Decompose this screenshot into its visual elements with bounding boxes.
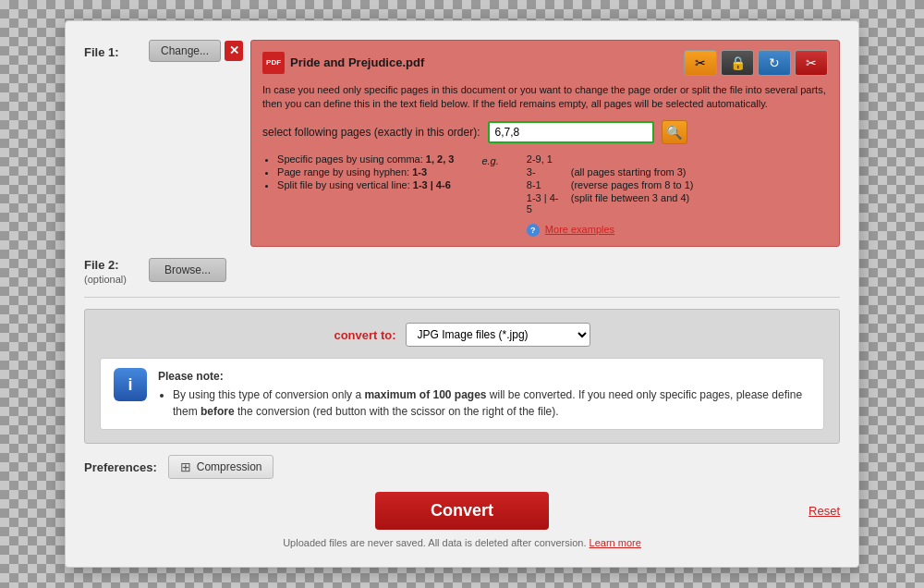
- pdf-filename: Pride and Prejudice.pdf: [290, 55, 424, 69]
- more-examples-row: ? More examples: [527, 220, 694, 237]
- pdf-title-row: PDF Pride and Prejudice.pdf: [262, 52, 424, 74]
- pages-search-button[interactable]: 🔍: [662, 120, 687, 144]
- remove-file-button[interactable]: ✕: [225, 41, 243, 61]
- file2-row: File 2: (optional) Browse...: [84, 258, 840, 286]
- pages-input[interactable]: [488, 121, 654, 143]
- pdf-panel: PDF Pride and Prejudice.pdf ✂ 🔒 ↻ ✂ In c…: [250, 40, 840, 248]
- toolbar-rotate-button[interactable]: ↻: [758, 50, 791, 76]
- file2-label-text: File 2:: [84, 258, 119, 272]
- note-text: Please note: By using this type of conve…: [158, 368, 810, 420]
- example-val: 8-1: [527, 179, 564, 190]
- compression-label: Compression: [197, 460, 262, 473]
- toolbar-pages-button[interactable]: ✂: [684, 50, 717, 76]
- footer-message: Uploaded files are never saved. All data…: [283, 537, 586, 548]
- toolbar-password-button[interactable]: 🔒: [721, 50, 754, 76]
- file1-row: File 1: Change... ✕ PDF Pride and Prejud…: [84, 40, 840, 248]
- note-box: i Please note: By using this type of con…: [100, 358, 824, 430]
- pages-label: select following pages (exactly in this …: [262, 126, 480, 139]
- more-examples-link[interactable]: More examples: [545, 224, 614, 235]
- convert-button[interactable]: Convert: [375, 492, 549, 530]
- toolbar-scissors-button[interactable]: ✂: [795, 50, 828, 76]
- example-item: Page range by using hyphen: 1-3: [277, 166, 454, 178]
- learn-more-link[interactable]: Learn more: [590, 537, 641, 548]
- pdf-toolbar: ✂ 🔒 ↻ ✂: [684, 50, 828, 76]
- convert-format-select[interactable]: JPG Image files (*.jpg) PNG Image files …: [406, 323, 590, 347]
- compression-icon: ⊞: [180, 459, 191, 474]
- compression-button[interactable]: ⊞ Compression: [168, 455, 274, 479]
- examples-left: Specific pages by using comma: 1, 2, 3 P…: [262, 153, 454, 237]
- question-icon: ?: [527, 224, 540, 237]
- convert-to-row: convert to: JPG Image files (*.jpg) PNG …: [100, 323, 824, 347]
- reset-button[interactable]: Reset: [808, 504, 840, 518]
- pdf-description: In case you need only specific pages in …: [262, 83, 828, 112]
- pdf-icon-inner: PDF: [262, 52, 285, 74]
- footer-text: Uploaded files are never saved. All data…: [84, 537, 840, 548]
- example-val: 3-: [527, 166, 564, 178]
- file2-label: File 2: (optional): [84, 258, 149, 286]
- examples-section: Specific pages by using comma: 1, 2, 3 P…: [262, 153, 828, 237]
- examples-right: 2-9, 1 3- (all pages starting from 3) 8-…: [527, 153, 694, 237]
- preferences-label: Preferences:: [84, 460, 157, 474]
- example-desc: (reverse pages from 8 to 1): [571, 179, 694, 190]
- divider: [84, 297, 840, 298]
- change-button[interactable]: Change...: [149, 40, 221, 62]
- preferences-row: Preferences: ⊞ Compression: [84, 455, 840, 479]
- example-desc: (all pages starting from 3): [571, 166, 687, 178]
- note-content: By using this type of conversion only a …: [173, 386, 810, 420]
- info-icon: i: [114, 368, 147, 401]
- convert-section: convert to: JPG Image files (*.jpg) PNG …: [84, 309, 840, 444]
- browse-button[interactable]: Browse...: [149, 258, 226, 282]
- note-title: Please note:: [158, 370, 224, 383]
- example-row: 8-1 (reverse pages from 8 to 1): [527, 179, 694, 190]
- file2-optional-label: (optional): [84, 274, 127, 285]
- pdf-icon: PDF: [262, 52, 285, 74]
- example-item: Specific pages by using comma: 1, 2, 3: [277, 153, 454, 165]
- file1-label: File 1:: [84, 40, 149, 59]
- example-val: 1-3 | 4-5: [527, 192, 564, 214]
- example-row: 2-9, 1: [527, 153, 694, 165]
- example-desc: (split file between 3 and 4): [571, 192, 689, 214]
- convert-btn-row: Convert Reset: [84, 492, 840, 530]
- example-item: Split file by using vertical line: 1-3 |…: [277, 179, 454, 190]
- eg-label: e.g.: [481, 153, 498, 237]
- file1-controls: Change... ✕: [149, 40, 243, 62]
- example-row: 3- (all pages starting from 3): [527, 166, 694, 178]
- convert-to-label: convert to:: [334, 328, 395, 342]
- pdf-header: PDF Pride and Prejudice.pdf ✂ 🔒 ↻ ✂: [262, 50, 828, 76]
- main-dialog: File 1: Change... ✕ PDF Pride and Prejud…: [65, 20, 859, 569]
- example-row: 1-3 | 4-5 (split file between 3 and 4): [527, 192, 694, 214]
- example-val: 2-9, 1: [527, 153, 564, 165]
- pages-row: select following pages (exactly in this …: [262, 120, 828, 144]
